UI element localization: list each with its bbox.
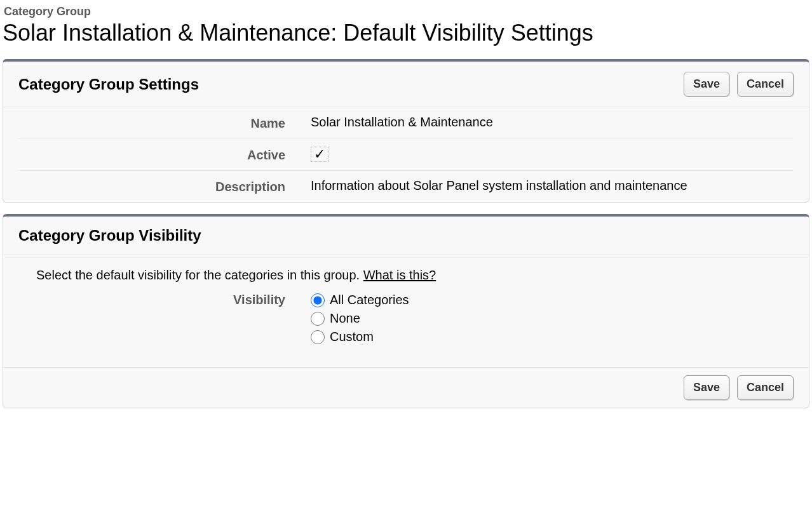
field-active-value: ✓	[311, 147, 794, 162]
field-active-label: Active	[18, 147, 311, 163]
settings-panel: Category Group Settings Save Cancel Name…	[3, 59, 809, 203]
visibility-field-label: Visibility	[18, 293, 311, 307]
radio-all-categories-label[interactable]: All Categories	[330, 293, 409, 307]
radio-none-label[interactable]: None	[330, 311, 360, 326]
visibility-panel: Category Group Visibility Select the def…	[3, 214, 809, 408]
save-button[interactable]: Save	[684, 375, 729, 400]
visibility-heading: Category Group Visibility	[18, 227, 794, 244]
what-is-this-link[interactable]: What is this?	[363, 268, 436, 282]
field-description-label: Description	[18, 178, 311, 194]
visibility-panel-header: Category Group Visibility	[3, 217, 809, 255]
save-button[interactable]: Save	[684, 72, 729, 97]
visibility-body: Select the default visibility for the ca…	[3, 255, 809, 368]
visibility-options: All Categories None Custom	[311, 293, 794, 348]
visibility-panel-footer: Save Cancel	[3, 368, 809, 408]
field-name-row: Name Solar Installation & Maintenance	[18, 107, 794, 139]
page-label: Category Group	[4, 5, 809, 18]
field-description-row: Description Information about Solar Pane…	[18, 171, 794, 202]
settings-heading: Category Group Settings	[18, 76, 684, 93]
settings-panel-header: Category Group Settings Save Cancel	[3, 62, 809, 107]
field-name-label: Name	[18, 115, 311, 131]
cancel-button[interactable]: Cancel	[737, 375, 794, 400]
field-description-value: Information about Solar Panel system ins…	[311, 178, 794, 193]
field-active-row: Active ✓	[18, 139, 794, 171]
visibility-intro-text: Select the default visibility for the ca…	[36, 268, 363, 282]
visibility-intro: Select the default visibility for the ca…	[36, 268, 794, 283]
cancel-button[interactable]: Cancel	[737, 72, 794, 97]
page-title: Solar Installation & Maintenance: Defaul…	[3, 20, 809, 46]
settings-button-row: Save Cancel	[684, 72, 794, 97]
visibility-button-row: Save Cancel	[684, 375, 794, 400]
checkmark-icon: ✓	[311, 147, 328, 162]
radio-custom-label[interactable]: Custom	[330, 330, 374, 344]
visibility-field-row: Visibility All Categories None Custom	[18, 293, 794, 348]
radio-all-categories[interactable]	[311, 293, 325, 307]
visibility-option-custom: Custom	[311, 330, 794, 344]
radio-none[interactable]	[311, 312, 325, 326]
radio-custom[interactable]	[311, 330, 325, 344]
field-name-value: Solar Installation & Maintenance	[311, 115, 794, 130]
visibility-option-all: All Categories	[311, 293, 794, 307]
visibility-option-none: None	[311, 311, 794, 326]
